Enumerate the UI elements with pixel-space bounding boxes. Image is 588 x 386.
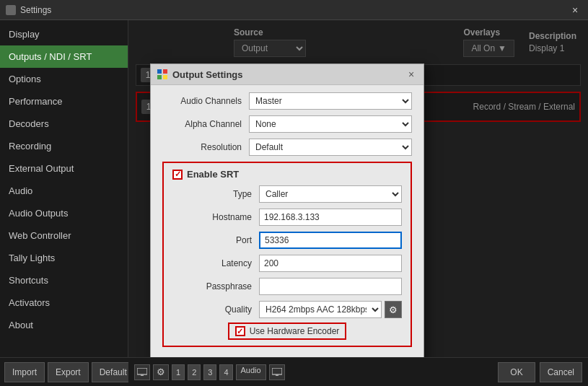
enable-srt-label: Enable SRT: [187, 169, 239, 180]
use-hw-checkbox[interactable]: [235, 326, 245, 336]
sidebar-item-tally-lights[interactable]: Tally Lights: [0, 247, 128, 269]
content-area: Source Output Overlays All On ▼ Descript…: [128, 20, 588, 357]
title-bar-title: Settings: [6, 5, 51, 15]
svg-rect-1: [163, 69, 167, 74]
audio-channels-row: Audio Channels Master: [162, 92, 412, 110]
title-text: Settings: [20, 5, 51, 15]
port-label: Port: [172, 235, 259, 245]
modal-grid-icon: [157, 69, 168, 80]
use-hw-label: Use Hardware Encoder: [250, 326, 340, 336]
alpha-channel-select[interactable]: None: [249, 115, 412, 133]
alpha-channel-label: Alpha Channel: [162, 119, 249, 129]
latency-label: Latency: [172, 258, 259, 268]
quality-row: Quality H264 2mbps AAC 128kbps ⚙: [172, 301, 402, 318]
sidebar-item-activators[interactable]: Activators: [0, 291, 128, 314]
port-row: Port: [172, 232, 402, 249]
taskbar-audio-btn[interactable]: Audio: [236, 364, 266, 380]
sidebar: Display Outputs / NDI / SRT Options Perf…: [0, 20, 128, 357]
sidebar-item-audio-outputs[interactable]: Audio Outputs: [0, 202, 128, 224]
sidebar-item-shortcuts[interactable]: Shortcuts: [0, 269, 128, 291]
audio-channels-label: Audio Channels: [162, 96, 249, 106]
audio-channels-select[interactable]: Master: [249, 92, 412, 110]
taskbar-monitor2-icon[interactable]: [269, 364, 285, 380]
sidebar-item-outputs[interactable]: Outputs / NDI / SRT: [0, 45, 128, 68]
svg-rect-7: [276, 374, 278, 376]
sidebar-item-about[interactable]: About: [0, 314, 128, 336]
sidebar-item-recording[interactable]: Recording: [0, 135, 128, 157]
modal-title-bar: Output Settings ×: [151, 64, 424, 85]
taskbar-num-2[interactable]: 2: [188, 364, 201, 380]
modal-close-button[interactable]: ×: [405, 68, 418, 81]
import-button[interactable]: Import: [4, 362, 45, 382]
passphrase-row: Passphrase: [172, 278, 402, 295]
alpha-channel-row: Alpha Channel None: [162, 115, 412, 133]
passphrase-input[interactable]: [259, 278, 402, 295]
passphrase-label: Passphrase: [172, 281, 259, 291]
use-hardware-encoder-row: Use Hardware Encoder: [228, 323, 347, 340]
type-row: Type Caller: [172, 185, 402, 203]
quality-select[interactable]: H264 2mbps AAC 128kbps: [259, 301, 382, 318]
resolution-row: Resolution Default: [162, 139, 412, 156]
sidebar-item-options[interactable]: Options: [0, 68, 128, 90]
sidebar-item-audio[interactable]: Audio: [0, 180, 128, 202]
close-button[interactable]: ×: [568, 3, 582, 17]
quality-select-wrapper: H264 2mbps AAC 128kbps ⚙: [259, 301, 402, 318]
gear-taskbar-icon[interactable]: ⚙: [153, 364, 169, 380]
sidebar-item-web-controller[interactable]: Web Controller: [0, 224, 128, 247]
hostname-input[interactable]: [259, 209, 402, 226]
enable-srt-row: Enable SRT: [172, 169, 402, 180]
type-label: Type: [172, 189, 259, 199]
main-layout: Display Outputs / NDI / SRT Options Perf…: [0, 20, 588, 357]
sidebar-item-external[interactable]: External Output: [0, 157, 128, 180]
quality-label: Quality: [172, 304, 259, 315]
srt-section: Enable SRT Type Caller Hostname: [162, 162, 412, 347]
latency-row: Latency: [172, 255, 402, 272]
bottom-ok-button[interactable]: OK: [498, 362, 535, 382]
modal-body: Audio Channels Master Alpha Channel None: [151, 85, 424, 357]
svg-rect-2: [157, 75, 162, 79]
port-input[interactable]: [259, 232, 402, 249]
quality-gear-button[interactable]: ⚙: [385, 301, 402, 318]
taskbar-num-1[interactable]: 1: [172, 364, 185, 380]
bottom-cancel-button[interactable]: Cancel: [540, 362, 582, 382]
type-select[interactable]: Caller: [259, 185, 402, 203]
settings-icon: [6, 5, 16, 15]
svg-rect-5: [141, 374, 144, 376]
modal-overlay: Output Settings × Audio Channels Master: [128, 20, 588, 357]
taskbar-num-3[interactable]: 3: [203, 364, 216, 380]
output-settings-modal: Output Settings × Audio Channels Master: [150, 63, 424, 357]
resolution-select[interactable]: Default: [249, 139, 412, 156]
title-bar: Settings ×: [0, 0, 588, 20]
export-button[interactable]: Export: [48, 362, 89, 382]
sidebar-item-performance[interactable]: Performance: [0, 90, 128, 113]
hostname-row: Hostname: [172, 209, 402, 226]
svg-rect-4: [137, 368, 147, 374]
modal-title-content: Output Settings: [157, 69, 243, 80]
sidebar-item-display[interactable]: Display: [0, 23, 128, 45]
bottom-right-bar: ⚙ 1 2 3 4 Audio OK Cancel: [128, 357, 588, 386]
taskbar-num-4[interactable]: 4: [219, 364, 232, 380]
svg-rect-0: [157, 69, 162, 74]
taskbar: ⚙ 1 2 3 4 Audio: [128, 364, 493, 380]
resolution-label: Resolution: [162, 142, 249, 152]
enable-srt-checkbox[interactable]: [172, 170, 183, 180]
latency-input[interactable]: [259, 255, 402, 272]
svg-rect-6: [272, 368, 282, 374]
hostname-label: Hostname: [172, 212, 259, 222]
svg-rect-3: [163, 75, 167, 79]
sidebar-item-decoders[interactable]: Decoders: [0, 113, 128, 135]
monitor-icon[interactable]: [134, 364, 150, 380]
modal-title-text: Output Settings: [172, 69, 243, 80]
bottom-left-buttons: Import Export Default: [0, 357, 128, 386]
